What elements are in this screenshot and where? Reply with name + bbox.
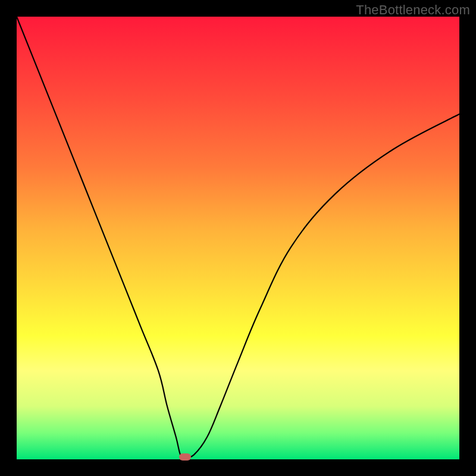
chart-frame: TheBottleneck.com <box>0 0 476 476</box>
plot-area <box>17 17 459 459</box>
minimum-marker <box>179 453 191 461</box>
watermark-text: TheBottleneck.com <box>356 2 470 18</box>
curve-svg <box>17 17 459 459</box>
bottleneck-curve-path <box>17 17 459 458</box>
